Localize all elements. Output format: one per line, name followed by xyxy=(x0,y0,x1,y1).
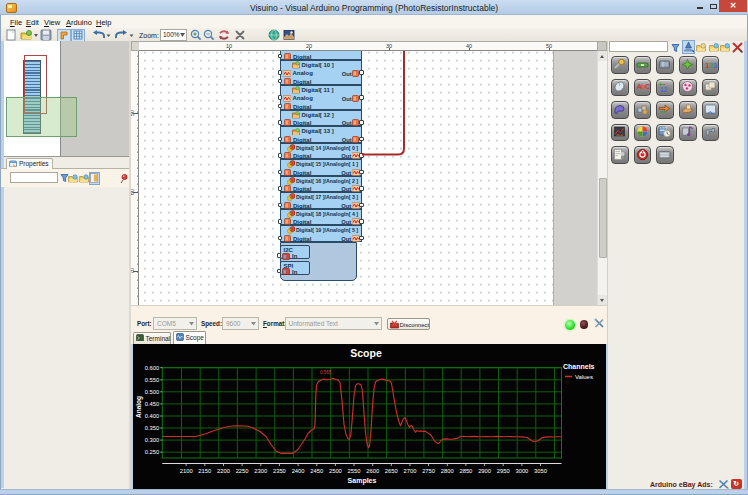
svg-text:2700: 2700 xyxy=(404,468,417,474)
svg-text:0.600: 0.600 xyxy=(145,364,160,370)
svg-text:0.250: 0.250 xyxy=(145,449,160,455)
svg-text:0.450: 0.450 xyxy=(145,400,160,406)
svg-text:0.400: 0.400 xyxy=(145,413,160,419)
svg-text:2150: 2150 xyxy=(198,468,211,474)
svg-text:0.350: 0.350 xyxy=(145,425,160,431)
svg-text:2300: 2300 xyxy=(254,468,267,474)
svg-text:2750: 2750 xyxy=(422,468,435,474)
svg-text:2650: 2650 xyxy=(385,468,398,474)
svg-text:Analog: Analog xyxy=(135,395,143,417)
svg-text:0.550: 0.550 xyxy=(145,376,160,382)
svg-text:Channels: Channels xyxy=(563,363,595,370)
svg-text:2450: 2450 xyxy=(310,468,323,474)
svg-text:2100: 2100 xyxy=(180,468,193,474)
svg-text:C: C xyxy=(645,82,650,91)
svg-text:Samples: Samples xyxy=(348,476,377,484)
svg-text:2400: 2400 xyxy=(292,468,305,474)
svg-text:0.500: 0.500 xyxy=(145,388,160,394)
svg-text:3000: 3000 xyxy=(515,468,528,474)
svg-text:12: 12 xyxy=(660,86,668,93)
svg-text:2500: 2500 xyxy=(329,468,342,474)
svg-text:2250: 2250 xyxy=(236,468,249,474)
svg-text:2600: 2600 xyxy=(366,468,379,474)
svg-text:0.565: 0.565 xyxy=(320,370,332,375)
svg-text:Scope: Scope xyxy=(350,346,382,358)
svg-text:2900: 2900 xyxy=(478,468,491,474)
svg-text:2350: 2350 xyxy=(273,468,286,474)
svg-text:Values: Values xyxy=(575,374,593,380)
svg-text:2550: 2550 xyxy=(348,468,361,474)
svg-text:2950: 2950 xyxy=(497,468,510,474)
svg-text:3050: 3050 xyxy=(534,468,547,474)
svg-text:3: 3 xyxy=(713,60,718,69)
svg-text:2850: 2850 xyxy=(459,468,472,474)
svg-text:2200: 2200 xyxy=(217,468,230,474)
svg-text:0.300: 0.300 xyxy=(145,437,160,443)
svg-text:2800: 2800 xyxy=(441,468,454,474)
